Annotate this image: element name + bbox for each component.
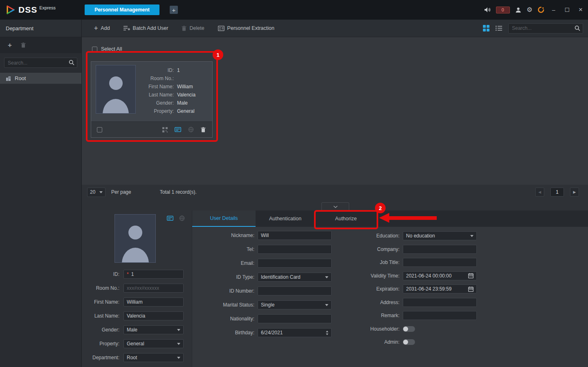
card-issue-icon[interactable] <box>167 216 173 221</box>
select-all-checkbox[interactable] <box>92 47 97 52</box>
department-search-input[interactable] <box>4 58 77 68</box>
plus-icon: + <box>94 25 98 31</box>
last-name-label: Last Name: <box>82 313 119 319</box>
user-details-form-area: Nickname: Tel: Email: ID Type: Identific… <box>192 227 588 367</box>
id-input[interactable]: * 1 <box>123 270 184 279</box>
remark-label: Remark: <box>325 313 399 318</box>
dss-logo-icon <box>6 5 16 15</box>
householder-toggle[interactable] <box>403 326 415 332</box>
close-button[interactable]: × <box>577 6 585 14</box>
birthday-value: 6/24/2021 <box>261 330 283 336</box>
extraction-label: Personnel Extraction <box>227 25 274 31</box>
tab-personnel-management[interactable]: Personnel Management <box>85 4 159 15</box>
annotation-badge-2: 2 <box>375 203 386 213</box>
job-title-label: Job Title: <box>325 260 399 265</box>
new-tab-button[interactable]: + <box>170 6 178 14</box>
pagination-bar: 20 Per page Total 1 record(s). ◀ 1 ▶ <box>82 185 588 210</box>
id-type-select[interactable]: Identification Card <box>258 273 332 282</box>
next-page-button[interactable]: ▶ <box>570 188 579 197</box>
user-account-icon[interactable] <box>515 7 521 13</box>
personnel-search-input[interactable] <box>508 23 583 34</box>
globe-icon[interactable] <box>179 215 185 221</box>
last-name-input[interactable] <box>123 311 184 320</box>
tab-authentication[interactable]: Authentication <box>256 210 315 227</box>
globe-icon[interactable] <box>188 127 194 132</box>
chevron-down-icon <box>177 329 180 331</box>
gender-value: Male <box>127 327 137 333</box>
marital-status-select[interactable]: Single <box>258 300 332 309</box>
search-icon <box>69 60 74 65</box>
birthday-label: Birthday: <box>192 330 254 336</box>
nationality-input[interactable] <box>258 314 332 323</box>
company-input[interactable] <box>403 245 477 254</box>
id-type-value: Identification Card <box>261 274 301 280</box>
department-select[interactable]: Root <box>123 353 184 362</box>
remark-input[interactable] <box>403 311 477 320</box>
chevron-down-icon <box>470 235 474 237</box>
chevron-down-icon <box>177 357 180 359</box>
tel-input[interactable] <box>258 245 332 254</box>
personnel-extraction-button[interactable]: Personnel Extraction <box>218 25 274 31</box>
minimize-button[interactable]: – <box>550 7 558 13</box>
annotation-badge-1: 1 <box>213 49 223 60</box>
person-select-checkbox[interactable] <box>97 127 102 132</box>
education-label: Education: <box>325 233 399 239</box>
chevron-down-icon <box>333 206 338 208</box>
expiration-input[interactable]: 2031-06-24 23:59:59 <box>403 284 477 293</box>
department-actions: + <box>0 37 81 53</box>
grid-view-button[interactable] <box>483 25 489 31</box>
id-type-label: ID Type: <box>192 274 254 280</box>
card-issue-icon[interactable] <box>175 127 181 132</box>
calendar-icon[interactable] <box>468 273 474 278</box>
company-label: Company: <box>325 246 399 252</box>
current-page-box[interactable]: 1 <box>550 188 564 197</box>
list-view-button[interactable] <box>496 25 502 31</box>
tab-user-details[interactable]: User Details <box>192 210 256 227</box>
birthday-input[interactable]: 6/24/2021 <box>258 328 332 337</box>
delete-person-icon[interactable] <box>201 127 206 132</box>
collapse-detail-button[interactable] <box>321 202 349 210</box>
prev-page-button[interactable]: ◀ <box>535 188 544 197</box>
batch-add-user-button[interactable]: Batch Add User <box>123 25 168 31</box>
chevron-down-icon <box>99 191 103 193</box>
tab-authorize[interactable]: Authorize <box>315 210 377 227</box>
email-input[interactable] <box>258 259 332 268</box>
validity-time-input[interactable]: 2021-06-24 00:00:00 <box>403 271 477 280</box>
nationality-label: Nationality: <box>192 316 254 322</box>
admin-toggle[interactable] <box>403 339 415 345</box>
annotation-arrow-head <box>379 213 389 223</box>
property-select[interactable]: General <box>123 339 184 348</box>
address-input[interactable] <box>403 298 477 307</box>
delete-department-button[interactable] <box>21 43 26 48</box>
profile-panel-icons <box>167 215 185 221</box>
person-card[interactable]: ID:1 Room No.: First Name:William Last N… <box>91 61 213 138</box>
add-department-button[interactable]: + <box>8 42 12 49</box>
person-detail-grid-icon[interactable] <box>162 127 168 132</box>
department-panel-title: Department <box>6 25 34 31</box>
chevron-down-icon <box>177 343 180 345</box>
gender-select[interactable]: Male <box>123 325 184 334</box>
calendar-icon[interactable] <box>468 286 474 292</box>
settings-gear-icon[interactable]: ⚙ <box>527 7 532 13</box>
department-label: Department: <box>82 355 119 360</box>
alarm-count-badge[interactable]: 0 <box>496 7 510 13</box>
admin-label: Admin: <box>325 339 399 345</box>
alarm-sound-icon[interactable] <box>484 7 491 13</box>
add-person-button[interactable]: + Add <box>94 25 110 31</box>
maximize-button[interactable]: ☐ <box>563 7 571 13</box>
tel-label: Tel: <box>192 246 254 252</box>
job-title-input[interactable] <box>403 258 477 267</box>
education-select[interactable]: No education <box>403 231 477 240</box>
annotation-arrow-shaft <box>388 216 437 220</box>
id-number-input[interactable] <box>258 286 332 295</box>
room-no-input[interactable] <box>123 284 184 293</box>
card-field-label: Last Name: <box>139 92 174 98</box>
profile-form: ID: * 1 Room No.: First Name: Last Name:… <box>82 270 192 367</box>
page-size-select[interactable]: 20 <box>87 188 105 197</box>
nickname-input[interactable] <box>258 231 332 240</box>
department-building-icon <box>6 76 11 81</box>
person-photo-large[interactable] <box>114 214 156 263</box>
first-name-input[interactable] <box>123 298 184 307</box>
tree-item-root[interactable]: Root <box>0 73 81 84</box>
delete-person-button[interactable]: Delete <box>182 25 204 31</box>
